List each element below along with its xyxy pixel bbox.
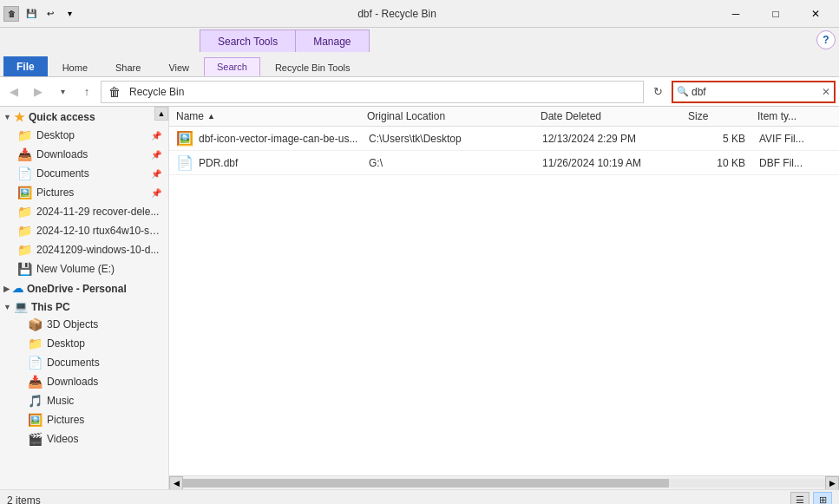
sidebar-item-videos[interactable]: 🎬 Videos xyxy=(0,429,168,448)
sidebar-item-music[interactable]: 🎵 Music xyxy=(0,391,168,410)
tab-view[interactable]: View xyxy=(155,58,202,76)
file-size: 5 KB xyxy=(690,133,759,145)
onedrive-label: OneDrive - Personal xyxy=(27,283,127,295)
sidebar-scroll-up[interactable]: ▲ xyxy=(154,107,168,121)
main-content: ▲ ▼ ★ Quick access 📁 Desktop 📌 📥 Downloa… xyxy=(0,107,839,489)
quick-access-label: Quick access xyxy=(29,111,95,123)
tab-share[interactable]: Share xyxy=(102,58,154,76)
qat-undo[interactable]: ↩ xyxy=(42,5,59,23)
drive-icon: 💾 xyxy=(17,262,33,276)
details-view-button[interactable]: ☰ xyxy=(790,492,810,505)
search-input[interactable] xyxy=(692,86,822,98)
sidebar-item-label: Music xyxy=(47,395,161,407)
sidebar-item-pictures-pc[interactable]: 🖼️ Pictures xyxy=(0,410,168,429)
chevron-down-icon: ▼ xyxy=(3,113,11,121)
folder-icon: 📁 xyxy=(17,224,33,238)
sidebar-heading-quick-access[interactable]: ▼ ★ Quick access xyxy=(0,107,168,126)
sidebar-heading-this-pc[interactable]: ▼ 💻 This PC xyxy=(0,297,168,315)
col-type-header[interactable]: Item ty... xyxy=(757,110,832,122)
file-name: PDR.dbf xyxy=(199,157,369,169)
sidebar-item-label: Documents xyxy=(47,357,161,369)
sidebar-item-label: Desktop xyxy=(36,129,149,141)
sidebar-item-folder2[interactable]: 📁 2024-12-10 rtux64w10-sy... xyxy=(0,221,168,240)
sidebar-item-pictures-qa[interactable]: 🖼️ Pictures 📌 xyxy=(0,183,168,202)
scroll-track[interactable] xyxy=(183,479,825,488)
ribbon-top-spacer xyxy=(0,28,200,52)
tab-search-tools[interactable]: Search Tools xyxy=(200,29,296,52)
pictures-icon: 🖼️ xyxy=(17,186,33,200)
status-count: 2 items xyxy=(7,494,41,505)
sidebar-item-3d-objects[interactable]: 📦 3D Objects xyxy=(0,315,168,334)
sidebar-item-downloads-pc[interactable]: 📥 Downloads xyxy=(0,372,168,391)
scroll-thumb[interactable] xyxy=(183,479,669,488)
pin-icon: 📌 xyxy=(151,169,161,179)
col-location-header[interactable]: Original Location xyxy=(367,110,541,122)
sidebar-item-desktop-pc[interactable]: 📁 Desktop xyxy=(0,334,168,353)
large-icons-view-button[interactable]: ⊞ xyxy=(813,492,832,505)
file-icon: 📄 xyxy=(176,154,193,171)
file-type: DBF Fil... xyxy=(759,157,832,169)
window-title: dbf - Recycle Bin xyxy=(78,8,716,20)
sidebar-item-folder1[interactable]: 📁 2024-11-29 recover-dele... xyxy=(0,202,168,221)
tab-manage[interactable]: Manage xyxy=(296,29,369,52)
sidebar-item-label: Desktop xyxy=(47,337,161,350)
ribbon: File Home Share View Search Recycle Bin … xyxy=(0,52,839,77)
desktop-icon: 📁 xyxy=(28,337,43,350)
recent-button[interactable]: ▾ xyxy=(52,82,73,102)
help-button[interactable]: ? xyxy=(816,30,836,49)
statusbar: 2 items ☰ ⊞ xyxy=(0,489,839,504)
downloads-icon: 📥 xyxy=(17,147,33,161)
sidebar-heading-onedrive[interactable]: ▶ ☁ OneDrive - Personal xyxy=(0,278,168,297)
tab-search[interactable]: Search xyxy=(204,57,260,76)
scroll-left-button[interactable]: ◀ xyxy=(169,476,183,490)
chevron-right-icon: ▶ xyxy=(3,285,10,293)
computer-icon: 💻 xyxy=(14,300,28,313)
close-button[interactable]: ✕ xyxy=(796,0,836,28)
search-clear-button[interactable]: ✕ xyxy=(822,86,830,98)
sidebar-item-label: Pictures xyxy=(36,187,149,199)
sidebar-item-label: Pictures xyxy=(47,414,161,426)
sidebar-item-documents-qa[interactable]: 📄 Documents 📌 xyxy=(0,164,168,183)
file-name: dbf-icon-vector-image-can-be-us... xyxy=(199,133,369,145)
pin-icon: 📌 xyxy=(151,131,161,141)
documents-icon: 📄 xyxy=(17,167,33,180)
onedrive-icon: ☁ xyxy=(12,282,23,295)
sidebar-item-documents-pc[interactable]: 📄 Documents xyxy=(0,353,168,372)
qat-save[interactable]: 💾 xyxy=(23,5,40,23)
scroll-right-button[interactable]: ▶ xyxy=(825,476,839,490)
sidebar-item-new-volume[interactable]: 💾 New Volume (E:) xyxy=(0,259,168,278)
ribbon-top-tabs: Search Tools Manage xyxy=(200,28,370,52)
table-row[interactable]: 📄 PDR.dbf G:\ 11/26/2024 10:19 AM 10 KB … xyxy=(169,151,839,175)
sidebar-item-folder3[interactable]: 📁 20241209-windows-10-d... xyxy=(0,240,168,259)
tab-recycle-bin-tools[interactable]: Recycle Bin Tools xyxy=(262,58,364,76)
chevron-down-icon: ▼ xyxy=(3,303,11,311)
sidebar-item-label: 3D Objects xyxy=(47,318,161,331)
back-button[interactable]: ◀ xyxy=(3,82,24,102)
tab-file[interactable]: File xyxy=(3,56,48,76)
system-icon: 🗑 xyxy=(3,6,19,22)
table-row[interactable]: 🖼️ dbf-icon-vector-image-can-be-us... C:… xyxy=(169,127,839,151)
col-size-header[interactable]: Size xyxy=(688,110,757,122)
address-path[interactable]: 🗑 Recycle Bin xyxy=(101,81,644,103)
search-icon: 🔍 xyxy=(677,86,689,97)
forward-button[interactable]: ▶ xyxy=(28,82,49,102)
up-button[interactable]: ↑ xyxy=(76,82,97,102)
quick-access-icon: ★ xyxy=(14,110,25,124)
tab-home[interactable]: Home xyxy=(49,58,101,76)
recycle-bin-icon: 🗑 xyxy=(108,85,126,99)
sidebar-item-downloads-qa[interactable]: 📥 Downloads 📌 xyxy=(0,145,168,164)
sidebar-item-label: New Volume (E:) xyxy=(36,263,161,275)
folder-icon: 📁 xyxy=(17,243,33,257)
sidebar-item-desktop-qa[interactable]: 📁 Desktop 📌 xyxy=(0,126,168,145)
refresh-button[interactable]: ↻ xyxy=(647,82,668,102)
maximize-button[interactable]: □ xyxy=(756,0,796,28)
qat-dropdown[interactable]: ▾ xyxy=(61,5,78,23)
horizontal-scrollbar[interactable]: ◀ ▶ xyxy=(169,475,839,489)
sidebar-item-label: 20241209-windows-10-d... xyxy=(36,244,161,256)
col-name-header[interactable]: Name ▲ xyxy=(176,110,367,122)
search-box[interactable]: 🔍 ✕ xyxy=(672,81,836,103)
col-date-header[interactable]: Date Deleted xyxy=(541,110,688,122)
folder-icon: 📁 xyxy=(17,128,33,142)
minimize-button[interactable]: ─ xyxy=(716,0,756,28)
sidebar-item-label: Downloads xyxy=(47,376,161,388)
